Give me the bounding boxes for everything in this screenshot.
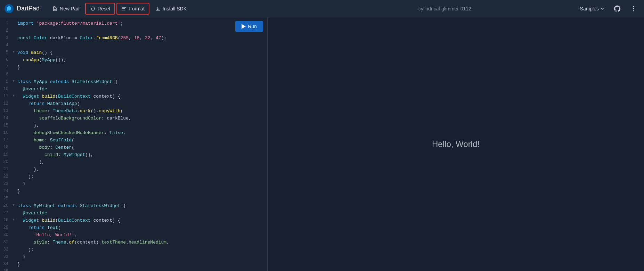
github-button[interactable]	[611, 3, 623, 15]
code-line: 22 );	[0, 173, 267, 181]
code-line: 25	[0, 195, 267, 203]
run-play-icon	[242, 24, 246, 29]
code-line: 27 @override	[0, 210, 267, 217]
logo-text: DartPad	[17, 5, 40, 12]
code-line: 13 theme: ThemeData.dark().copyWith(	[0, 108, 267, 115]
more-vert-icon	[630, 5, 637, 12]
logo-area: DartPad	[4, 4, 40, 14]
header: DartPad New Pad Reset	[0, 0, 644, 17]
install-sdk-label: Install SDK	[163, 6, 187, 11]
chevron-down-icon	[600, 7, 604, 11]
code-line: 16 debugShowCheckedModeBanner: false,	[0, 130, 267, 137]
new-pad-label: New Pad	[60, 6, 80, 11]
editor-pane: Run 1 import 'package:flutter/material.d…	[0, 17, 268, 271]
code-editor[interactable]: 1 import 'package:flutter/material.dart'…	[0, 17, 267, 271]
code-line: 26 ▼ class MyWidget extends StatelessWid…	[0, 203, 267, 210]
dartpad-logo-icon	[4, 4, 14, 14]
code-line: 11 ▼ Widget build(BuildContext context) …	[0, 93, 267, 100]
code-line: 18 body: Center(	[0, 144, 267, 151]
code-line: 15 ),	[0, 122, 267, 130]
run-btn-container: Run	[235, 21, 263, 32]
code-line: 17 home: Scaffold(	[0, 137, 267, 144]
code-line: 24 }	[0, 188, 267, 195]
new-pad-icon	[52, 6, 58, 11]
code-line: 10 @override	[0, 86, 267, 93]
svg-point-9	[633, 10, 634, 11]
more-options-button[interactable]	[627, 3, 640, 14]
project-name: cylindrical-glimmer-0112	[418, 6, 471, 11]
code-line: 19 child: MyWidget(),	[0, 151, 267, 159]
code-line: 29 return Text(	[0, 224, 267, 232]
code-line: 20 ),	[0, 159, 267, 166]
code-line: 12 return MaterialApp(	[0, 100, 267, 108]
preview-pane: Hello, World!	[268, 17, 644, 271]
code-line: 1 import 'package:flutter/material.dart'…	[0, 20, 267, 27]
install-sdk-button[interactable]: Install SDK	[151, 3, 191, 15]
reset-button[interactable]: Reset	[85, 3, 115, 15]
code-line: 30 'Hello, World!',	[0, 232, 267, 239]
header-right: Samples	[577, 3, 640, 15]
code-line: 32 );	[0, 246, 267, 254]
hello-world-text: Hello, World!	[432, 139, 480, 149]
main-content: Run 1 import 'package:flutter/material.d…	[0, 17, 644, 271]
code-line: 34 }	[0, 261, 267, 268]
code-line: 9 ▼ class MyApp extends StatelessWidget …	[0, 79, 267, 86]
reset-label: Reset	[98, 6, 111, 11]
code-line: 28 ▼ Widget build(BuildContext context) …	[0, 217, 267, 224]
svg-point-7	[633, 6, 634, 7]
code-line: 4	[0, 42, 267, 49]
run-label: Run	[248, 24, 257, 29]
github-icon	[613, 5, 621, 13]
new-pad-button[interactable]: New Pad	[48, 3, 84, 15]
header-center: cylindrical-glimmer-0112	[312, 6, 577, 11]
run-button[interactable]: Run	[235, 21, 263, 32]
code-line: 31 style: Theme.of(context).textTheme.he…	[0, 239, 267, 246]
format-button[interactable]: Format	[116, 3, 149, 15]
samples-label: Samples	[580, 6, 599, 11]
code-line: 5 ▼ void main() {	[0, 49, 267, 57]
code-line: 14 scaffoldBackgroundColor: darkBlue,	[0, 115, 267, 122]
code-line: 2	[0, 27, 267, 35]
code-line: 3 const Color darkBlue = Color.fromARGB(…	[0, 35, 267, 42]
code-line: 23 }	[0, 181, 267, 188]
code-line: 7 }	[0, 64, 267, 71]
code-line: 6 runApp(MyApp());	[0, 57, 267, 64]
format-icon	[121, 6, 127, 11]
code-line: 21 ),	[0, 166, 267, 173]
code-line: 8	[0, 71, 267, 79]
samples-button[interactable]: Samples	[577, 4, 607, 14]
code-line: 35	[0, 268, 267, 271]
svg-point-8	[633, 8, 634, 9]
code-line: 33 }	[0, 254, 267, 261]
format-label: Format	[129, 6, 144, 11]
install-sdk-icon	[155, 6, 161, 11]
reset-icon	[90, 6, 96, 11]
svg-marker-10	[242, 24, 246, 29]
header-actions: New Pad Reset Format Install	[48, 3, 312, 15]
